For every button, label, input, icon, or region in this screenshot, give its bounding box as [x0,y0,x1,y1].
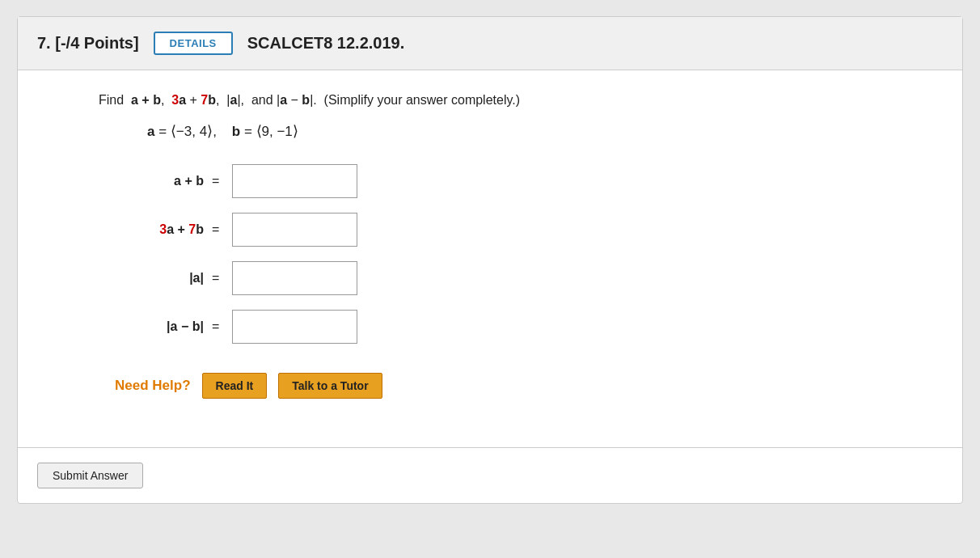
problem-number: 7. [-/4 Points] [37,34,139,53]
find-instruction: Find a + b, 3a + 7b, |a|, and |a − b|. (… [99,93,914,108]
equation-row-2: 3a + 7b = [115,213,914,247]
need-help-row: Need Help? Read It Talk to a Tutor [115,373,914,399]
equation-row-3: |a| = [115,261,914,295]
problem-container: 7. [-/4 Points] DETAILS SCALCET8 12.2.01… [17,16,963,504]
equation-row-4: |a − b| = [115,310,914,344]
eq-label-1: a + b [115,174,204,188]
answer-input-3[interactable] [232,261,357,295]
problem-id: SCALCET8 12.2.019. [247,34,405,53]
talk-to-tutor-button[interactable]: Talk to a Tutor [278,373,382,399]
eq-equals-1: = [212,174,219,188]
read-it-button[interactable]: Read It [202,373,268,399]
details-button[interactable]: DETAILS [154,32,233,55]
equations-area: a + b = 3a + 7b = |a| = |a − b| = [115,164,914,344]
eq-equals-2: = [212,222,219,237]
answer-input-2[interactable] [232,213,357,247]
vectors-definition: a = ⟨−3, 4⟩, b = ⟨9, −1⟩ [147,122,914,140]
eq-label-4: |a − b| [115,319,204,334]
eq-equals-4: = [212,319,219,334]
answer-input-4[interactable] [232,310,357,344]
submit-area: Submit Answer [18,447,962,503]
eq-equals-3: = [212,271,219,285]
need-help-label: Need Help? [115,378,191,394]
submit-answer-button[interactable]: Submit Answer [37,463,143,488]
answer-input-1[interactable] [232,164,357,198]
problem-header: 7. [-/4 Points] DETAILS SCALCET8 12.2.01… [18,17,962,70]
eq-label-3: |a| [115,271,204,285]
equation-row-1: a + b = [115,164,914,198]
problem-body: Find a + b, 3a + 7b, |a|, and |a − b|. (… [18,70,962,447]
eq-label-2: 3a + 7b [115,222,204,237]
